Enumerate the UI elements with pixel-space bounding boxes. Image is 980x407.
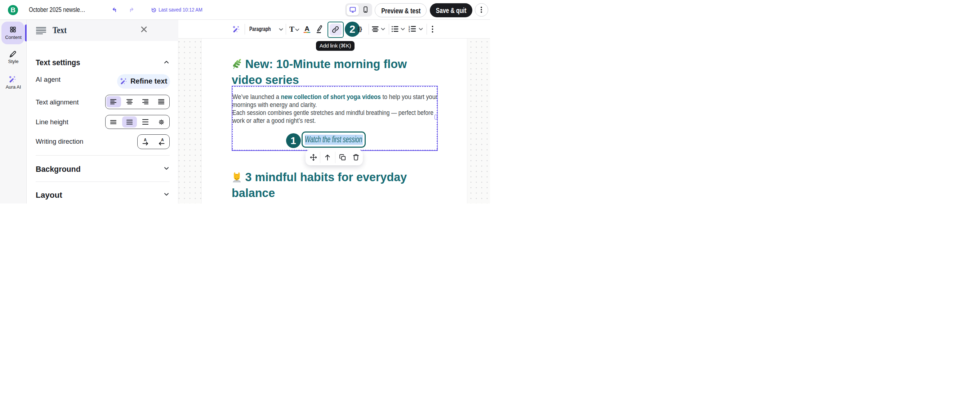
svg-text:A: A — [144, 138, 146, 142]
svg-text:A: A — [304, 25, 310, 32]
svg-text:A: A — [161, 138, 164, 142]
svg-text:3: 3 — [409, 30, 410, 32]
